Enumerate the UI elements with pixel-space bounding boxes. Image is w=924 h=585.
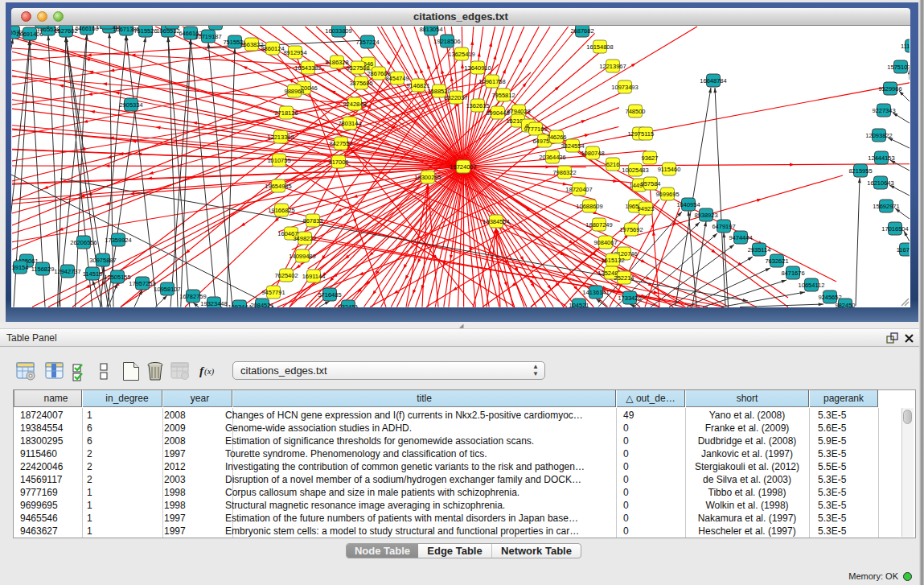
svg-text:75115: 75115 [638, 130, 654, 138]
svg-text:7803144: 7803144 [338, 120, 361, 127]
svg-text:160339: 160339 [162, 26, 182, 27]
svg-text:116753: 116753 [897, 246, 910, 253]
svg-text:9245652: 9245652 [818, 294, 841, 301]
svg-text:9329966: 9329966 [878, 85, 901, 93]
svg-text:1362615: 1362615 [466, 102, 489, 109]
svg-text:8322037: 8322037 [444, 94, 467, 101]
svg-text:12093822: 12093822 [865, 132, 892, 139]
svg-text:3824554: 3824554 [561, 142, 584, 150]
svg-text:5716485: 5716485 [318, 291, 341, 299]
svg-text:10654112: 10654112 [799, 282, 825, 289]
svg-text:3875685: 3875685 [349, 80, 372, 87]
svg-text:1640954: 1640954 [676, 201, 700, 208]
svg-text:19654985: 19654985 [265, 183, 291, 190]
svg-text:252214: 252214 [614, 274, 634, 282]
svg-text:1733426: 1733426 [618, 295, 641, 302]
svg-text:1010755: 1010755 [267, 157, 290, 164]
svg-text:10961758: 10961758 [478, 78, 505, 85]
svg-text:1527602: 1527602 [54, 27, 77, 35]
svg-text:867833: 867833 [302, 217, 322, 225]
svg-text:16543382: 16543382 [294, 64, 321, 72]
svg-text:19218506: 19218506 [433, 38, 460, 45]
svg-text:16210643: 16210643 [867, 179, 893, 187]
svg-text:7515526: 7515526 [133, 27, 157, 35]
svg-text:3498222: 3498222 [293, 235, 316, 242]
svg-text:12213967: 12213967 [599, 63, 626, 70]
svg-text:14099489: 14099489 [289, 253, 315, 260]
svg-text:957584: 957584 [640, 180, 660, 187]
svg-text:6794028: 6794028 [507, 108, 530, 115]
svg-text:6466160: 6466160 [75, 26, 98, 32]
svg-text:16782759: 16782759 [179, 293, 206, 300]
svg-text:8186328: 8186328 [325, 59, 348, 66]
svg-text:2905334: 2905334 [119, 101, 142, 109]
svg-text:94923: 94923 [638, 205, 655, 212]
svg-text:2935114: 2935114 [748, 246, 771, 253]
svg-text:8912954: 8912954 [283, 49, 306, 56]
svg-text:1975692: 1975692 [619, 226, 643, 233]
svg-text:746266: 746266 [546, 134, 566, 141]
svg-text:12942737: 12942737 [54, 268, 80, 275]
svg-text:268769: 268769 [205, 26, 225, 27]
svg-text:12444153: 12444153 [868, 154, 894, 162]
svg-text:9327508: 9327508 [346, 64, 369, 72]
svg-text:8454749: 8454749 [385, 75, 409, 82]
svg-text:9227343: 9227343 [872, 107, 895, 114]
svg-text:14136141: 14136141 [582, 289, 609, 296]
svg-text:26206556: 26206556 [70, 239, 97, 246]
svg-text:15692971: 15692971 [873, 203, 899, 210]
svg-text:10688609: 10688609 [576, 203, 602, 210]
svg-text:19384554: 19384554 [483, 218, 509, 225]
svg-text:8471676: 8471676 [781, 270, 804, 277]
svg-text:9242848: 9242848 [343, 101, 366, 108]
svg-text:7955812: 7955812 [491, 92, 515, 99]
svg-text:7663822: 7663822 [240, 41, 263, 48]
svg-text:1093444: 1093444 [228, 303, 251, 307]
svg-text:93627: 93627 [642, 154, 659, 162]
svg-text:6479197: 6479197 [712, 223, 735, 230]
svg-text:8813054: 8813054 [419, 26, 442, 33]
svg-text:12505155: 12505155 [104, 274, 130, 281]
svg-text:10958107: 10958107 [154, 286, 180, 293]
svg-text:16648784: 16648784 [700, 77, 726, 84]
svg-text:104521: 104521 [569, 302, 589, 307]
svg-text:20364436: 20364436 [539, 154, 565, 161]
svg-text:13625419: 13625419 [448, 51, 474, 58]
svg-text:7357224: 7357224 [355, 39, 379, 46]
svg-text:19166825: 19166825 [268, 207, 294, 214]
svg-text:7632621: 7632621 [765, 257, 788, 265]
svg-text:1080748: 1080748 [581, 150, 604, 157]
svg-text:417006: 417006 [328, 159, 348, 166]
svg-text:17957253: 17957253 [129, 280, 155, 287]
svg-text:1112853: 1112853 [901, 43, 910, 50]
svg-text:982450: 982450 [835, 302, 855, 307]
svg-text:10025483: 10025483 [622, 167, 648, 174]
svg-text:15751074: 15751074 [887, 64, 910, 71]
svg-text:9084067: 9084067 [593, 239, 617, 246]
svg-text:1691144: 1691144 [302, 273, 326, 280]
svg-text:18807249: 18807249 [585, 221, 612, 229]
svg-text:8427552: 8427552 [329, 140, 352, 147]
svg-text:2084521: 2084521 [250, 302, 273, 307]
svg-text:9699695: 9699695 [655, 191, 679, 198]
svg-text:7986322: 7986322 [552, 169, 576, 176]
svg-text:13640910: 13640910 [464, 64, 491, 72]
svg-text:18724007: 18724007 [450, 163, 476, 171]
svg-text:114519: 114519 [83, 270, 102, 278]
svg-text:8938923: 8938923 [694, 212, 717, 219]
svg-text:6216: 6216 [606, 161, 620, 168]
svg-text:8215955: 8215955 [848, 167, 872, 175]
svg-text:1615132: 1615132 [601, 257, 624, 264]
svg-text:10719187: 10719187 [195, 33, 221, 40]
svg-text:17016504: 17016504 [881, 225, 908, 233]
svg-text:988964: 988964 [284, 88, 304, 95]
svg-text:932451: 932451 [338, 303, 358, 307]
svg-text:8990448: 8990448 [486, 109, 509, 117]
svg-text:19323448: 19323448 [200, 300, 227, 307]
svg-text:1156829: 1156829 [31, 266, 55, 273]
svg-text:39154: 39154 [12, 264, 29, 271]
svg-text:9146821: 9146821 [406, 82, 429, 89]
svg-text:8860124: 8860124 [261, 45, 284, 52]
svg-text:748500: 748500 [625, 108, 645, 115]
svg-text:7625402: 7625402 [274, 272, 298, 279]
